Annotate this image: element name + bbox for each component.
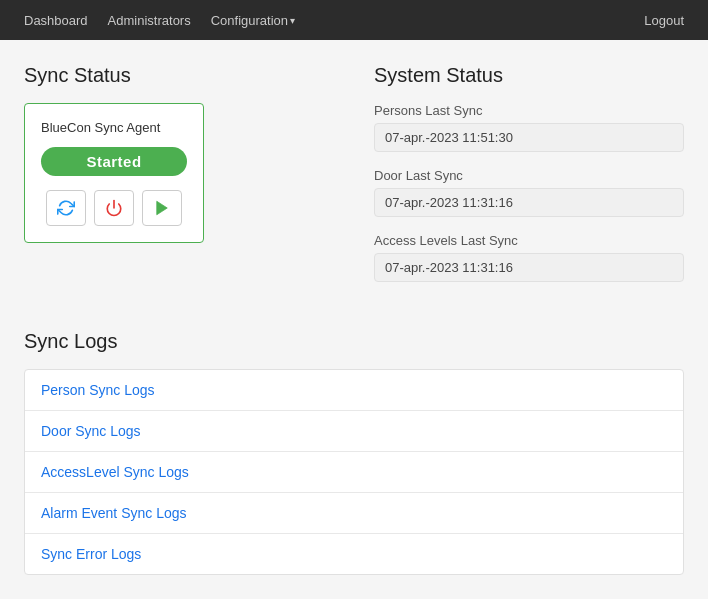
accesslevel-sync-logs-link[interactable]: AccessLevel Sync Logs [25,452,683,493]
play-button[interactable] [142,190,182,226]
sync-status-section: Sync Status BlueCon Sync Agent Started [24,64,334,298]
sync-status-title: Sync Status [24,64,334,87]
alarm-event-sync-logs-link[interactable]: Alarm Event Sync Logs [25,493,683,534]
nav-administrators[interactable]: Administrators [100,9,199,32]
action-buttons [41,190,187,226]
door-sync-row: Door Last Sync 07-apr.-2023 11:31:16 [374,168,684,217]
power-icon [105,199,123,217]
sync-error-logs-link[interactable]: Sync Error Logs [25,534,683,574]
sync-status-card: BlueCon Sync Agent Started [24,103,204,243]
persons-sync-row: Persons Last Sync 07-apr.-2023 11:51:30 [374,103,684,152]
person-sync-logs-link[interactable]: Person Sync Logs [25,370,683,411]
navbar-links: Dashboard Administrators Configuration ▾ [16,9,636,32]
persons-sync-value: 07-apr.-2023 11:51:30 [374,123,684,152]
persons-sync-label: Persons Last Sync [374,103,684,118]
refresh-icon [57,199,75,217]
main-content: Sync Status BlueCon Sync Agent Started [0,40,708,599]
refresh-button[interactable] [46,190,86,226]
logs-list: Person Sync Logs Door Sync Logs AccessLe… [24,369,684,575]
chevron-down-icon: ▾ [290,15,295,26]
access-levels-sync-label: Access Levels Last Sync [374,233,684,248]
agent-label: BlueCon Sync Agent [41,120,187,135]
door-sync-logs-link[interactable]: Door Sync Logs [25,411,683,452]
play-icon [153,199,171,217]
access-levels-sync-value: 07-apr.-2023 11:31:16 [374,253,684,282]
door-sync-value: 07-apr.-2023 11:31:16 [374,188,684,217]
logout-button[interactable]: Logout [636,9,692,32]
navbar: Dashboard Administrators Configuration ▾… [0,0,708,40]
sync-logs-title: Sync Logs [24,330,684,353]
nav-configuration-label: Configuration [211,13,288,28]
top-section: Sync Status BlueCon Sync Agent Started [24,64,684,298]
system-status-title: System Status [374,64,684,87]
svg-marker-1 [157,201,168,215]
access-levels-sync-row: Access Levels Last Sync 07-apr.-2023 11:… [374,233,684,282]
system-status-section: System Status Persons Last Sync 07-apr.-… [374,64,684,298]
sync-logs-section: Sync Logs Person Sync Logs Door Sync Log… [24,330,684,575]
nav-dashboard[interactable]: Dashboard [16,9,96,32]
nav-configuration[interactable]: Configuration ▾ [203,9,303,32]
started-badge: Started [41,147,187,176]
door-sync-label: Door Last Sync [374,168,684,183]
power-button[interactable] [94,190,134,226]
